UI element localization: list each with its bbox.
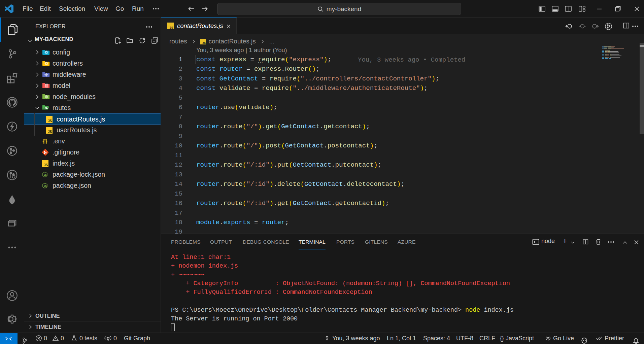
svg-text:JS: JS xyxy=(169,26,173,29)
svg-text:JS: JS xyxy=(48,119,52,123)
svg-text:JS: JS xyxy=(203,41,206,44)
svg-text:JS: JS xyxy=(44,174,47,176)
svg-text:JS: JS xyxy=(44,163,48,167)
svg-text:JS: JS xyxy=(48,130,52,134)
svg-text:JS: JS xyxy=(44,185,47,187)
